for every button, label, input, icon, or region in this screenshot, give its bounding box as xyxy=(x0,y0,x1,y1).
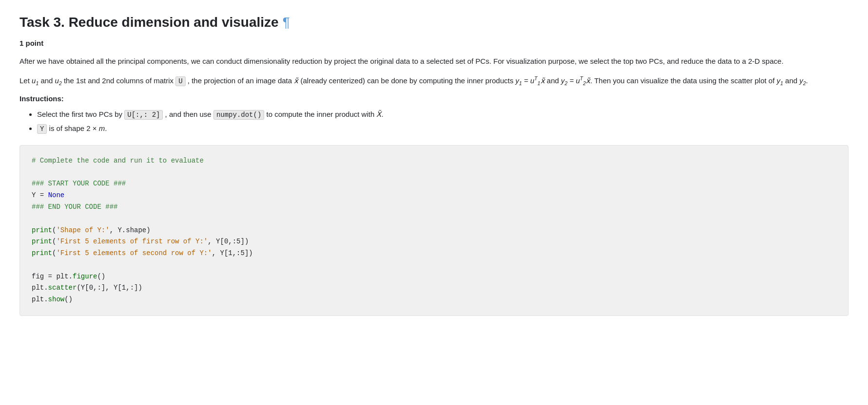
description-para2: Let u1 and u2 the 1st and 2nd columns of… xyxy=(19,74,849,88)
code-end-comment: ### END YOUR CODE ### xyxy=(32,203,117,211)
instruction-item-1: Select the first two PCs by U[:,: 2] , a… xyxy=(37,108,849,121)
math-formula1: y1 = uT1x̃ xyxy=(516,76,545,85)
math-xtilde: x̃ xyxy=(294,76,298,85)
code-numpy-dot: numpy.dot() xyxy=(213,110,264,120)
pilcrow-icon: ¶ xyxy=(283,15,290,30)
code-Y: Y xyxy=(37,124,47,134)
points-label: 1 point xyxy=(19,39,849,47)
instruction-item-2: Y is of shape 2 × m. xyxy=(37,122,849,135)
matrix-U-code: U xyxy=(175,76,185,86)
code-start-comment: ### START YOUR CODE ### xyxy=(32,180,126,187)
code-print3-str: 'First 5 elements of second row of Y:' xyxy=(56,249,212,257)
title-text: Task 3. Reduce dimension and visualize xyxy=(19,15,279,30)
instructions-header: Instructions: xyxy=(19,94,849,103)
code-plt-figure: figure xyxy=(73,273,97,280)
code-Y-assign: Y xyxy=(32,191,36,199)
instructions-list: Select the first two PCs by U[:,: 2] , a… xyxy=(19,108,849,135)
code-plt-show: show xyxy=(48,295,65,303)
code-block: # Complete the code and run it to evalua… xyxy=(19,145,849,316)
code-print3: print xyxy=(32,249,52,257)
description-para1: After we have obtained all the principal… xyxy=(19,55,849,68)
task-title: Task 3. Reduce dimension and visualize ¶ xyxy=(19,15,849,30)
math-y2: y2 xyxy=(799,76,806,85)
math-Xtilde: X̃ xyxy=(376,110,381,118)
code-comment-intro: # Complete the code and run it to evalua… xyxy=(32,157,204,165)
code-U-slice: U[:,: 2] xyxy=(124,110,163,120)
math-y1: y1 xyxy=(777,76,783,85)
code-print2-str: 'First 5 elements of first row of Y:' xyxy=(56,238,208,245)
code-None: None xyxy=(48,191,65,199)
math-u1: u1 xyxy=(32,76,39,85)
code-print2: print xyxy=(32,238,52,245)
code-plt-scatter: scatter xyxy=(48,284,77,292)
code-print1: print xyxy=(32,226,52,234)
math-formula2: y2 = uT2x̃ xyxy=(561,76,590,85)
math-u2: u2 xyxy=(55,76,62,85)
code-print1-str: 'Shape of Y:' xyxy=(56,226,109,234)
